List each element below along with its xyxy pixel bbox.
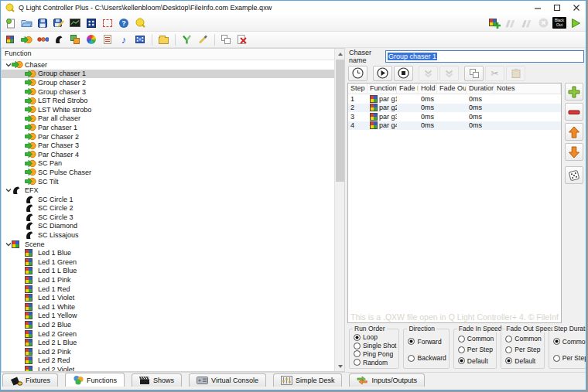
tree-item-lst-white-strobo[interactable]: LST White strobo — [2, 105, 334, 114]
tree-item-led-2-pink[interactable]: Led 2 Pink — [2, 347, 334, 356]
chevron-down-icon[interactable] — [5, 187, 12, 193]
maximize-button[interactable] — [547, 1, 566, 15]
scroll-up-icon[interactable] — [335, 49, 345, 59]
add-step-button[interactable] — [565, 83, 583, 101]
new-folder-button[interactable] — [156, 32, 171, 47]
next-step-button[interactable] — [439, 66, 459, 81]
vc-liveedit-button[interactable] — [519, 15, 535, 30]
tree-item-sc-circle-1[interactable]: SC Circle 1 — [2, 195, 334, 204]
radio-fade-out-speed-common[interactable]: Common — [505, 335, 541, 343]
tree-item-scene[interactable]: Scene — [2, 240, 334, 249]
table-row[interactable]: 4par g40ms0ms — [348, 121, 561, 131]
new-sequence-button[interactable] — [35, 32, 50, 47]
speed-dial-button[interactable] — [348, 66, 368, 81]
tree-item-led-2-violet[interactable]: Led 2 Violet — [2, 365, 334, 371]
tree-item-led-1-green[interactable]: Led 1 Green — [2, 257, 334, 267]
previous-step-button[interactable] — [419, 66, 438, 81]
edit-function-button[interactable] — [195, 32, 210, 47]
save-button[interactable] — [35, 15, 50, 30]
address-tool-button[interactable] — [84, 15, 99, 30]
new-collection-button[interactable] — [67, 32, 83, 47]
shuffle-steps-button[interactable] — [565, 166, 583, 184]
dmx-monitor-button[interactable] — [67, 15, 83, 30]
tab-functions[interactable]: Functions — [65, 373, 125, 387]
function-wizard-button[interactable] — [179, 32, 194, 47]
tree-item-efx[interactable]: EFX — [2, 186, 334, 195]
new-video-button[interactable] — [132, 32, 148, 47]
scrollbar-thumb[interactable] — [336, 60, 344, 182]
tree-item-sc-pan[interactable]: SC Pan — [2, 159, 334, 169]
radio-fade-in-speed-per-step[interactable]: Per Step — [458, 346, 494, 353]
radio-step-duration-per-step[interactable]: Per Step — [553, 354, 586, 362]
radio-step-duration-common[interactable]: Common — [553, 338, 586, 346]
close-button[interactable] — [566, 1, 586, 15]
fullscreen-button[interactable] — [100, 15, 115, 30]
tree-item-led-2-l-blue[interactable]: Led 2 L Blue — [2, 338, 334, 347]
radio-run-order-random[interactable]: Random — [354, 359, 396, 366]
tree-item-led-2-red[interactable]: Led 2 Red — [2, 356, 334, 366]
tab-simple-desk[interactable]: Simple Desk — [273, 373, 343, 387]
table-row[interactable]: 3par g30ms0ms — [348, 112, 561, 121]
radio-run-order-single-shot[interactable]: Single Shot — [354, 342, 396, 349]
tab-shows[interactable]: Shows — [132, 373, 182, 387]
tree-item-led-2-blue[interactable]: Led 2 Blue — [2, 320, 334, 329]
tree-item-par-chaser-1[interactable]: Par chaser 1 — [2, 123, 334, 132]
table-row[interactable]: 1par g10ms0ms — [348, 94, 561, 104]
tab-inputs-outputs[interactable]: Inputs/Outputs — [349, 373, 425, 387]
tree-item-led-1-red[interactable]: Led 1 Red — [2, 285, 334, 294]
open-file-button[interactable] — [19, 15, 34, 30]
radio-run-order-ping-pong[interactable]: Ping Pong — [354, 350, 396, 358]
scroll-down-icon[interactable] — [335, 361, 345, 371]
blackout-button[interactable]: BlackOut — [552, 15, 567, 30]
new-audio-button[interactable]: ♪ — [116, 32, 132, 47]
tree-item-sc-tilt[interactable]: SC Tilt — [2, 177, 334, 186]
new-scene-button[interactable] — [2, 32, 18, 47]
table-row[interactable]: 2par g20ms0ms — [348, 104, 561, 113]
tree-item-sc-circle-2[interactable]: SC Circle 2 — [2, 204, 334, 213]
tree-item-group-chaser-3[interactable]: Group chaser 3 — [2, 87, 334, 97]
column-header-step[interactable]: Step — [348, 84, 368, 94]
paste-step-button[interactable] — [506, 66, 525, 81]
tree-item-par-chaser-4[interactable]: Par Chaser 4 — [2, 150, 334, 159]
tree-item-sc-diamond[interactable]: SC Diamond — [2, 222, 334, 231]
column-header-hold[interactable]: Hold — [419, 84, 437, 94]
tree-item-led-1-yellow[interactable]: Led 1 Yellow — [2, 312, 334, 321]
tree-item-led-1-white[interactable]: Led 1 White — [2, 302, 334, 312]
tree-item-chaser[interactable]: Chaser — [2, 60, 334, 70]
chevron-down-icon[interactable] — [5, 62, 12, 68]
minimize-button[interactable] — [528, 1, 547, 15]
tree-scrollbar[interactable] — [334, 49, 344, 371]
play-preview-button[interactable] — [373, 66, 392, 81]
chevron-down-icon[interactable] — [5, 241, 12, 247]
new-document-button[interactable] — [2, 15, 18, 30]
tree-item-par-chaser-2[interactable]: Par Chaser 2 — [2, 132, 334, 141]
operate-mode-button[interactable] — [568, 15, 583, 30]
tree-item-led-1-violet[interactable]: Led 1 Violet — [2, 293, 334, 302]
column-header-function[interactable]: Function — [368, 84, 397, 94]
tree-item-sc-lissajous[interactable]: SC Lissajous — [2, 230, 334, 240]
tree-item-sc-pulse-chaser[interactable]: SC Pulse Chaser — [2, 168, 334, 177]
delete-function-button[interactable] — [234, 32, 250, 47]
stop-all-functions-button[interactable] — [535, 15, 551, 30]
steps-table[interactable]: StepFunctionFade InHoldFade OutDurationN… — [347, 83, 562, 323]
radio-direction-backward[interactable]: Backward — [408, 354, 446, 362]
tab-virtual-console[interactable]: Virtual Console — [189, 373, 266, 387]
tree-item-par-chaser-3[interactable]: Par Chaser 3 — [2, 141, 334, 150]
radio-fade-in-speed-default[interactable]: Default — [458, 357, 494, 365]
tree-item-led-1-blue[interactable]: Led 1 Blue — [2, 248, 334, 257]
tree-item-group-chaser-2[interactable]: Group chaser 2 — [2, 78, 334, 87]
new-chaser-button[interactable] — [19, 32, 34, 47]
column-header-notes[interactable]: Notes — [494, 84, 561, 94]
function-liveedit-button[interactable] — [503, 15, 518, 30]
lower-step-button[interactable] — [565, 143, 583, 161]
tree-item-led-2-green[interactable]: Led 2 Green — [2, 329, 334, 339]
tree-item-led-1-pink[interactable]: Led 1 Pink — [2, 275, 334, 285]
stop-preview-button[interactable] — [394, 66, 413, 81]
remove-step-button[interactable] — [565, 103, 583, 121]
clone-function-button[interactable] — [218, 32, 234, 47]
radio-fade-out-speed-per-step[interactable]: Per Step — [505, 346, 541, 353]
radio-fade-out-speed-default[interactable]: Default — [505, 357, 541, 365]
save-as-button[interactable] — [51, 15, 67, 30]
copy-step-button[interactable] — [464, 66, 484, 81]
column-header-duration[interactable]: Duration — [467, 84, 494, 94]
